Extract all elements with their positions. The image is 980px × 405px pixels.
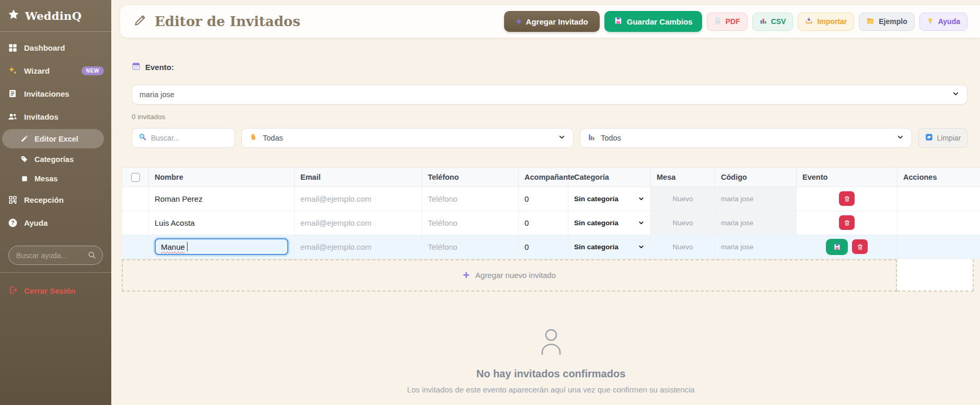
guest-search	[132, 128, 235, 148]
delete-guest-button[interactable]	[839, 215, 855, 230]
guest-email-cell	[295, 187, 422, 211]
category-select[interactable]: Sin categoría	[574, 211, 645, 235]
help-search	[8, 246, 103, 265]
row-checkbox-cell	[122, 235, 149, 259]
brand-logo: WeddinQ	[0, 0, 111, 30]
example-button[interactable]: Ejemplo	[859, 13, 914, 31]
status-filter-select[interactable]: Todos	[580, 128, 912, 148]
guest-name-cell[interactable]: Roman Perez	[149, 187, 295, 211]
sidebar-item-invitados[interactable]: Invitados	[0, 105, 111, 128]
save-guest-button[interactable]	[826, 239, 848, 255]
guest-name-input[interactable]: Manue	[155, 238, 288, 255]
guest-companions-cell	[519, 187, 568, 211]
pdf-button[interactable]: PDF	[707, 13, 748, 31]
chevron-down-icon	[558, 133, 566, 143]
guest-phone-input[interactable]	[428, 194, 512, 203]
add-guest-button[interactable]: + Agregar Invitado	[504, 11, 599, 32]
guest-companions-cell	[519, 235, 568, 259]
table-header-row: Nombre Email Teléfono Acompañante Catego…	[122, 168, 980, 187]
svg-text:?: ?	[11, 220, 14, 226]
trash-icon	[844, 219, 850, 226]
qr-code-icon	[7, 194, 18, 205]
plus-icon: +	[516, 16, 521, 27]
guest-category-cell: Sin categoría	[568, 235, 651, 259]
guest-email-input[interactable]	[300, 194, 416, 203]
file-icon	[714, 17, 721, 26]
category-filter-select[interactable]: Todas	[241, 128, 574, 148]
sidebar-item-label: Dashboard	[24, 43, 65, 52]
guest-code-cell: maria jose	[715, 211, 797, 235]
guest-actions-cell	[797, 235, 897, 259]
guest-name-cell[interactable]: Luis Acosta	[149, 211, 295, 235]
csv-button[interactable]: CSV	[752, 13, 794, 31]
column-header: Categoría	[568, 168, 651, 187]
save-changes-button[interactable]: Guardar Cambios	[604, 11, 702, 32]
guest-companions-cell	[519, 211, 568, 235]
tag-orange-icon	[249, 133, 258, 143]
logout-button[interactable]: Cerrar Sesión	[0, 282, 111, 299]
column-header: Email	[295, 168, 422, 187]
guest-phone-input[interactable]	[428, 242, 512, 251]
add-guest-row-button[interactable]: + Agregar nuevo invitado	[122, 259, 897, 292]
sparkles-icon	[7, 65, 18, 76]
guest-row: Luis Acosta Sin categoría Nuevo maria jo…	[122, 211, 980, 235]
sidebar-item-categorias[interactable]: Categorías	[0, 149, 111, 169]
category-select[interactable]: Sin categoría	[574, 187, 645, 211]
dashboard-grid-icon	[7, 42, 18, 53]
delete-guest-button[interactable]	[839, 191, 855, 206]
help-button[interactable]: Ayuda	[919, 13, 967, 31]
sidebar-item-wizard[interactable]: Wizard NEW	[0, 59, 111, 82]
new-badge: NEW	[81, 66, 104, 75]
sidebar-item-dashboard[interactable]: Dashboard	[0, 36, 111, 59]
document-icon	[7, 88, 18, 99]
import-button[interactable]: Importar	[798, 13, 854, 31]
guest-mesa-cell: Nuevo	[651, 235, 715, 259]
delete-guest-button[interactable]	[852, 239, 868, 254]
person-outline-icon	[122, 326, 980, 361]
floppy-icon	[614, 16, 623, 27]
guest-email-input[interactable]	[300, 242, 416, 251]
guest-code-cell: maria jose	[715, 235, 797, 259]
sidebar-item-invitaciones[interactable]: Invitaciones	[0, 82, 111, 105]
app-window: WeddinQ Dashboard Wizard NEW Invitacione…	[0, 0, 980, 405]
guest-name-cell: Manue	[149, 235, 295, 259]
guest-category-cell: Sin categoría	[568, 187, 651, 211]
column-header: Código	[715, 168, 797, 187]
sidebar-item-label: Invitaciones	[24, 89, 69, 98]
trash-icon	[844, 195, 850, 202]
sidebar-item-label: Editor Excel	[34, 135, 78, 143]
lightbulb-icon	[927, 17, 934, 26]
guest-row-editing: Manue Sin categoría Nuevo maria jose	[122, 235, 980, 259]
trash-icon	[857, 244, 864, 250]
event-select[interactable]: maria jose	[132, 85, 967, 105]
divider	[0, 31, 111, 32]
logout-label: Cerrar Sesión	[24, 286, 75, 295]
guest-phone-cell	[422, 235, 519, 259]
column-header: Teléfono	[422, 168, 519, 187]
chevron-down-icon	[896, 133, 904, 143]
sidebar-item-ayuda[interactable]: ? Ayuda	[0, 211, 111, 234]
clear-icon	[925, 133, 933, 143]
sidebar-item-editor-excel[interactable]: Editor Excel	[2, 129, 104, 148]
guest-email-cell	[295, 211, 422, 235]
floppy-icon	[833, 243, 841, 251]
guest-companions-input[interactable]	[524, 242, 562, 251]
sidebar-item-label: Recepción	[24, 195, 64, 204]
guest-mesa-cell: Nuevo	[651, 187, 715, 211]
empty-state-title: No hay invitados confirmados	[122, 368, 980, 380]
import-download-icon	[805, 17, 813, 26]
empty-state-subtitle: Los invitados de este evento aparecerán …	[122, 385, 980, 394]
sidebar-item-mesas[interactable]: Mesas	[0, 169, 111, 188]
select-all-checkbox[interactable]	[131, 173, 140, 182]
category-select[interactable]: Sin categoría	[574, 235, 645, 259]
guest-search-input[interactable]	[151, 134, 228, 142]
sidebar-item-recepcion[interactable]: Recepción	[0, 188, 111, 211]
guest-email-input[interactable]	[300, 218, 416, 227]
guest-companions-input[interactable]	[524, 194, 562, 203]
row-checkbox-cell	[122, 211, 149, 235]
guest-phone-input[interactable]	[428, 218, 512, 227]
page-header: Editor de Invitados + Agregar Invitado G…	[120, 5, 980, 38]
logout-icon	[8, 285, 18, 296]
guest-companions-input[interactable]	[524, 218, 562, 227]
clear-filters-button[interactable]: Limpiar	[918, 128, 967, 148]
